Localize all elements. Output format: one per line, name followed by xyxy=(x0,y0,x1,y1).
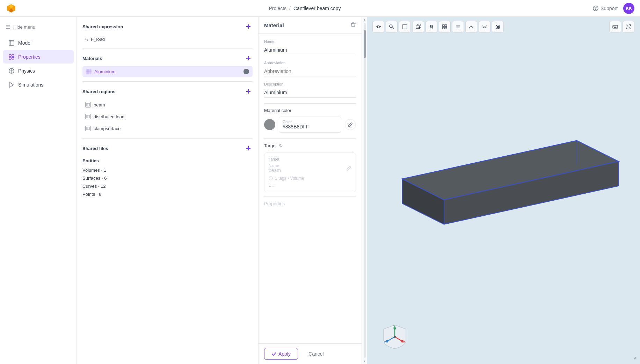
delete-material-button[interactable] xyxy=(350,22,356,29)
entity-surfaces-label: Surfaces · 6 xyxy=(82,176,107,181)
scroll-down-button[interactable]: ▼ xyxy=(363,359,367,363)
material-pattern-icon xyxy=(86,69,92,74)
add-shared-expression-button[interactable] xyxy=(244,22,253,31)
region-distributed-load[interactable]: distributed load xyxy=(82,111,253,122)
toolbar-eye2-button[interactable] xyxy=(492,21,504,33)
color-input-box[interactable]: Color #888B8DFF xyxy=(279,117,341,133)
physics-icon xyxy=(8,68,15,74)
material-name: Aluminium xyxy=(94,69,116,74)
projects-link[interactable]: Projects xyxy=(269,6,287,11)
scroll-thumb[interactable] xyxy=(364,30,366,58)
svg-point-29 xyxy=(270,177,270,178)
description-field: Description xyxy=(264,82,356,98)
sidebar-item-model-label: Model xyxy=(18,40,31,46)
toolbar-search-button[interactable] xyxy=(386,21,398,33)
toolbar-expand-button[interactable] xyxy=(623,21,634,33)
sidebar-item-properties[interactable]: Properties xyxy=(3,50,74,64)
divider-2 xyxy=(82,81,253,82)
user-avatar[interactable]: KK xyxy=(623,3,634,14)
svg-rect-21 xyxy=(87,115,89,118)
properties-icon xyxy=(8,54,15,60)
edit-color-button[interactable] xyxy=(345,119,356,130)
beam-svg xyxy=(381,109,626,255)
svg-line-32 xyxy=(392,28,394,29)
middle-scroll-area[interactable]: Shared expression fx F_load Materials xyxy=(77,17,258,364)
toolbar-box1-button[interactable] xyxy=(399,21,411,33)
svg-line-27 xyxy=(351,124,352,125)
expression-item[interactable]: fx F_load xyxy=(82,34,253,44)
entity-surfaces: Surfaces · 6 xyxy=(82,174,253,182)
region-beam[interactable]: beam xyxy=(82,99,253,110)
add-region-button[interactable] xyxy=(244,87,253,96)
logo[interactable] xyxy=(6,3,17,14)
box1-toolbar-icon xyxy=(402,24,408,30)
viewport[interactable]: x y z xyxy=(367,17,640,364)
plus-icon-3 xyxy=(246,89,251,94)
cancel-button[interactable]: Cancel xyxy=(301,348,331,359)
region-icon xyxy=(85,102,91,107)
support-label: Support xyxy=(601,6,618,11)
support-button[interactable]: ? Support xyxy=(593,6,618,11)
breadcrumb-separator: / xyxy=(289,6,291,11)
material-panel-header: Material xyxy=(259,17,362,34)
toolbar-grid2-button[interactable] xyxy=(452,21,464,33)
sidebar-item-simulations[interactable]: Simulations xyxy=(3,78,74,91)
abbreviation-label: Abbreviation xyxy=(264,61,356,65)
add-file-button[interactable] xyxy=(244,144,253,153)
toolbar-eye-button[interactable] xyxy=(372,21,384,33)
sidebar-item-physics[interactable]: Physics xyxy=(3,64,74,77)
abbreviation-input[interactable] xyxy=(264,66,356,76)
entity-volumes-label: Volumes · 1 xyxy=(82,168,106,173)
expression-name: F_load xyxy=(91,37,105,42)
hide-menu-button[interactable]: ☰ Hide menu xyxy=(0,21,77,33)
toolbar-box2-button[interactable] xyxy=(412,21,424,33)
compass: x y z xyxy=(381,322,409,350)
divider-1 xyxy=(82,48,253,49)
region-clampsurface[interactable]: clampsurface xyxy=(82,123,253,134)
material-panel-title: Material xyxy=(264,22,284,28)
apply-button[interactable]: Apply xyxy=(264,348,298,360)
grid1-toolbar-icon xyxy=(442,24,448,30)
refresh-icon[interactable]: ↻ xyxy=(279,143,283,148)
region-distributed-load-label: distributed load xyxy=(94,114,124,119)
fx-icon: fx xyxy=(85,36,88,42)
topbar: Projects / Cantilever beam copy ? Suppor… xyxy=(0,0,640,17)
toolbar-keyboard-button[interactable] xyxy=(609,21,621,33)
toolbar-grid1-button[interactable] xyxy=(439,21,451,33)
sidebar-item-physics-label: Physics xyxy=(18,68,35,74)
model-icon xyxy=(8,40,15,46)
toolbar-curve2-button[interactable] xyxy=(479,21,490,33)
sidebar-item-model[interactable]: Model xyxy=(3,36,74,50)
svg-point-68 xyxy=(635,358,637,359)
description-input[interactable] xyxy=(264,88,356,98)
svg-point-28 xyxy=(269,177,272,180)
toolbar-curve1-button[interactable] xyxy=(465,21,477,33)
search-toolbar-icon xyxy=(389,24,394,30)
material-panel-scroll[interactable]: Name Abbreviation Description Material c… xyxy=(259,34,362,343)
target-tags-text: 1 tags • Volume xyxy=(275,176,304,181)
scroll-up-button[interactable]: ▲ xyxy=(363,17,367,22)
expand-toolbar-icon xyxy=(626,24,631,30)
color-section: Material color Color #888B8DFF xyxy=(264,108,356,133)
toolbar-person-button[interactable] xyxy=(426,21,437,33)
region-icon-3 xyxy=(85,126,91,131)
entities-title: Entities xyxy=(82,158,253,163)
scrollbar[interactable]: ▲ ▼ xyxy=(362,17,367,364)
resize-handle[interactable] xyxy=(632,355,637,361)
svg-text:y: y xyxy=(393,324,395,328)
divider-target xyxy=(264,196,356,197)
name-input[interactable] xyxy=(264,45,356,55)
eye-toolbar-icon xyxy=(376,24,381,30)
target-name-label: Name xyxy=(269,163,281,168)
svg-point-7 xyxy=(12,57,14,59)
entity-points-label: Points · 8 xyxy=(82,192,101,197)
person-toolbar-icon xyxy=(429,24,434,30)
svg-point-65 xyxy=(401,340,404,343)
topbar-left xyxy=(6,3,17,14)
add-material-button[interactable] xyxy=(244,54,253,62)
color-label: Color xyxy=(283,120,337,124)
color-row: Color #888B8DFF xyxy=(264,117,356,133)
topbar-right: ? Support KK xyxy=(593,3,634,14)
target-name-value: beam xyxy=(269,168,281,173)
material-aluminium[interactable]: Aluminium xyxy=(82,66,253,77)
